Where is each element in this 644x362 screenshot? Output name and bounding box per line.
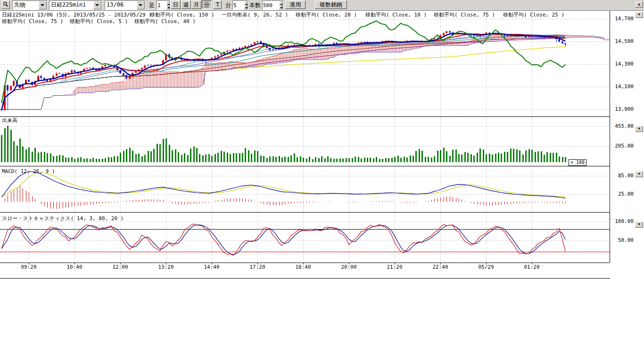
macd-pane-label: MACD( 12, 26, 9 ) — [2, 169, 55, 174]
legend-item: 日経225mini 13/06 (5分, 2013/05/25 - 2013/0… — [2, 12, 152, 18]
volume-axis-label: 455.00 — [611, 123, 634, 129]
bar-type-label: 足 — [149, 2, 155, 8]
tick-count-input[interactable] — [157, 1, 166, 9]
toolbar: 先物 日経225mini 13/06 足 日 週 月 分 T 分 — [0, 0, 644, 11]
trading-chart-window: 先物 日経225mini 13/06 足 日 週 月 分 T 分 — [0, 0, 644, 362]
bottom-frame-line — [0, 278, 610, 279]
spinner-down-icon[interactable] — [244, 5, 248, 9]
bar-count-label: 本数 — [249, 2, 261, 8]
spinner-up-icon[interactable] — [279, 1, 283, 5]
bar-button-minute[interactable]: 分 — [202, 0, 212, 9]
price-axis-label: 14,700 — [611, 16, 634, 22]
legend-item: 移動平均( Close, 25 ) — [503, 12, 564, 18]
chevron-down-icon[interactable] — [39, 1, 47, 9]
magnifier-icon — [3, 1, 8, 8]
volume-axis-label: 205.00 — [611, 143, 634, 149]
symbol-select[interactable]: 日経225mini — [49, 0, 102, 10]
legend-item: 移動平均( Close, 75 ) — [2, 19, 63, 25]
time-axis-label: 01:20 — [524, 264, 539, 270]
time-axis-label: 17:20 — [249, 264, 265, 270]
minute-input[interactable] — [233, 1, 244, 9]
legend-item: 移動平均( Close, 150 ) — [150, 12, 215, 18]
bar-button-month[interactable]: 月 — [191, 0, 201, 9]
pane-scroll-button-main[interactable]: ▼ — [635, 12, 643, 18]
time-axis-label: 20:00 — [341, 264, 356, 270]
price-axis-label: 14,500 — [611, 39, 634, 44]
instrument-category-select[interactable]: 先物 — [12, 0, 47, 10]
bar-button-day[interactable]: 日 — [171, 0, 181, 9]
minute-label: 分 — [225, 2, 231, 8]
spinner-up-icon[interactable] — [244, 1, 248, 5]
chart-canvas[interactable] — [0, 11, 610, 279]
price-axis-label: 14,100 — [611, 84, 634, 90]
legend-item: 移動平均( Close, 20 ) — [296, 12, 357, 18]
legend-item: 一目均衡表( 9, 26, 52 ) — [222, 12, 288, 18]
stoch-axis-label: 50.00 — [611, 238, 634, 243]
time-axis-label: 13:20 — [158, 264, 173, 270]
time-axis-label: 21:20 — [387, 264, 402, 270]
spinner — [244, 1, 248, 9]
volume-multiplier-badge: × 100 — [569, 159, 586, 166]
stochastics-pane-label: スロー・ストキャスティクス( 14, 3, 80, 20 ) — [2, 216, 124, 222]
time-axis-label: 22:40 — [432, 264, 448, 270]
time-axis-label: 05/29 — [478, 264, 494, 270]
tick-count-stepper[interactable] — [157, 0, 170, 10]
legend-item: 移動平均( Close, 75 ) — [434, 12, 495, 18]
spinner-down-icon[interactable] — [279, 5, 283, 9]
macd-axis-label: 85.00 — [611, 173, 634, 179]
stoch-axis-label: 100.00 — [611, 219, 634, 224]
chevron-down-icon[interactable] — [93, 1, 101, 9]
symbol-value: 日経225mini — [50, 1, 93, 9]
volume-pane-label: 出来高 — [2, 118, 17, 123]
bar-count-stepper[interactable] — [262, 0, 283, 10]
macd-axis-label: 25.00 — [611, 191, 634, 197]
scale-up-button[interactable]: ▲ — [635, 1, 643, 8]
zoom-tool-button[interactable] — [1, 0, 10, 9]
price-axis-label: 13,900 — [611, 107, 634, 112]
legend-item: 移動平均( Close, 10 ) — [365, 12, 427, 18]
time-axis-label: 12:00 — [112, 264, 128, 270]
pane-scroll-button-stoch[interactable]: ▼ — [635, 222, 643, 228]
price-axis-label: 14,300 — [611, 61, 634, 67]
time-axis-label: 09:20 — [21, 264, 36, 270]
spinner-down-icon[interactable] — [166, 5, 170, 9]
spinner-up-icon[interactable] — [166, 1, 170, 5]
time-axis-label: 10:40 — [66, 264, 82, 270]
pane-scroll-button-macd[interactable]: ▼ — [635, 171, 643, 177]
bar-button-week[interactable]: 週 — [181, 0, 191, 9]
instrument-category-value: 先物 — [13, 1, 39, 9]
contract-month-value: 13/06 — [105, 1, 137, 9]
time-axis-label: 14:40 — [204, 264, 219, 270]
spinner — [279, 1, 283, 9]
time-axis-label: 18:40 — [295, 264, 311, 270]
bar-count-input[interactable] — [263, 1, 279, 9]
pane-scroll-button-volume[interactable]: ▼ — [635, 126, 643, 132]
legend-item: 移動平均( Close, 5 ) — [70, 19, 128, 25]
bar-button-tick[interactable]: T — [214, 0, 222, 9]
apply-button[interactable]: 適用 — [285, 0, 305, 9]
legend-item: 移動平均( Close, 40 ) — [134, 19, 196, 25]
chevron-down-icon[interactable] — [137, 1, 145, 9]
contract-month-select[interactable]: 13/06 — [105, 0, 145, 10]
minute-stepper[interactable] — [232, 0, 248, 10]
multi-symbol-button[interactable]: 複数銘柄 — [315, 0, 347, 9]
spinner — [166, 1, 170, 9]
